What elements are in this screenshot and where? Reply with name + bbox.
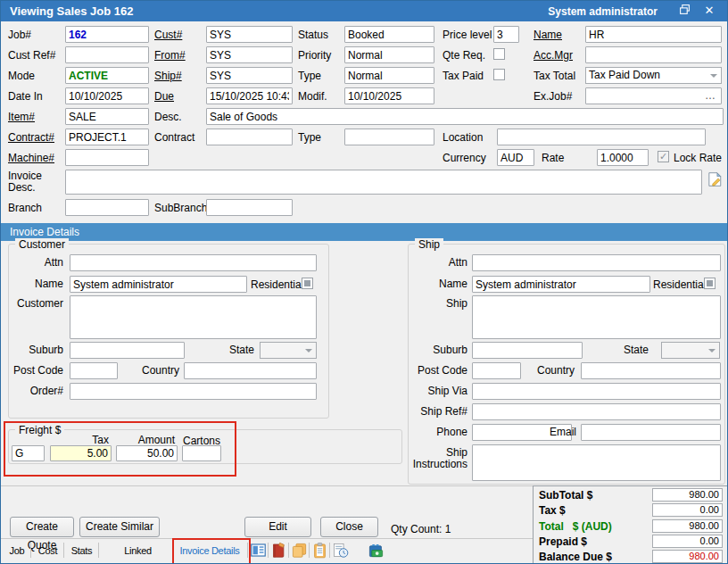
customer-attn-field[interactable] xyxy=(70,254,317,271)
priority-field[interactable] xyxy=(344,46,434,63)
customer-residential-checkbox[interactable] xyxy=(302,278,313,289)
from-label[interactable]: From# xyxy=(154,49,186,62)
chevron-down-icon xyxy=(710,74,717,81)
close-button[interactable]: Close xyxy=(320,517,378,537)
tab-linked-jobs-quotes[interactable]: Linked Jobs/Quotes xyxy=(101,539,175,563)
order-number-label: Order# xyxy=(8,386,63,397)
ship-instructions-label: Ship Instructions xyxy=(407,447,467,470)
tab-separator xyxy=(30,543,31,558)
tax-total-label: Tax Total xyxy=(534,70,575,82)
cust-ref-field[interactable] xyxy=(65,46,149,63)
tax-total-select[interactable]: Tax Paid Down xyxy=(585,67,722,84)
create-quote-button[interactable]: Create Quote xyxy=(10,517,74,537)
from-field[interactable] xyxy=(206,46,293,63)
modif-field[interactable] xyxy=(344,87,434,104)
status-field[interactable] xyxy=(344,26,434,43)
currency-field[interactable] xyxy=(497,149,534,166)
status-label: Status xyxy=(298,29,328,41)
ship-suburb-label: Suburb xyxy=(396,344,467,356)
contract-number-field[interactable] xyxy=(65,129,149,145)
ellipsis-button[interactable]: … xyxy=(705,89,716,102)
restore-icon[interactable] xyxy=(677,4,691,18)
ship-email-field[interactable] xyxy=(581,424,721,441)
customer-address-field[interactable] xyxy=(70,295,317,339)
notebook-icon[interactable] xyxy=(269,541,287,560)
cust-ref-label: Cust Ref# xyxy=(8,49,55,62)
ex-job-field[interactable] xyxy=(585,87,722,104)
close-icon[interactable]: ✕ xyxy=(702,4,716,18)
contract-field[interactable] xyxy=(206,129,293,145)
machine-label[interactable]: Machine# xyxy=(8,152,54,164)
acc-mgr-field[interactable] xyxy=(585,46,722,63)
gift-icon[interactable] xyxy=(367,541,385,560)
customer-country-field[interactable] xyxy=(184,362,317,379)
tab-stats[interactable]: Stats xyxy=(66,539,97,563)
order-number-field[interactable] xyxy=(70,383,317,400)
acc-mgr-label[interactable]: Acc.Mgr xyxy=(534,49,573,62)
job-number-field[interactable] xyxy=(65,26,149,43)
freight-amount-field[interactable] xyxy=(116,445,178,461)
rate-label: Rate xyxy=(542,152,564,164)
contract-number-label[interactable]: Contract# xyxy=(8,131,54,144)
contract-type-field[interactable] xyxy=(344,129,434,145)
ship-address-field[interactable] xyxy=(472,295,721,339)
invoice-desc-field[interactable] xyxy=(65,170,702,195)
customer-attn-label: Attn xyxy=(8,257,63,269)
title-bar: Viewing Sales Job 162 System administrat… xyxy=(1,1,727,21)
qte-req-checkbox[interactable] xyxy=(493,48,505,60)
ship-via-field[interactable] xyxy=(472,383,721,400)
freight-code-field[interactable] xyxy=(12,445,45,461)
ship-name-label: Name xyxy=(396,278,467,290)
ship-country-field[interactable] xyxy=(581,362,721,379)
note-edit-icon[interactable] xyxy=(707,171,723,191)
ship-suburb-field[interactable] xyxy=(472,342,583,359)
tax-paid-checkbox[interactable] xyxy=(493,69,505,80)
customer-suburb-field[interactable] xyxy=(70,342,185,359)
price-level-label: Price level xyxy=(443,29,492,41)
subbranch-field[interactable] xyxy=(206,199,293,216)
history-icon[interactable] xyxy=(331,541,349,560)
tab-invoice-details[interactable]: Invoice Details xyxy=(177,539,243,563)
check-icon: ✓ xyxy=(658,152,668,162)
ship-number-label[interactable]: Ship# xyxy=(154,70,182,82)
ship-number-field[interactable] xyxy=(206,67,293,84)
cust-label[interactable]: Cust# xyxy=(154,29,182,41)
ship-post-code-field[interactable] xyxy=(472,362,521,379)
branch-field[interactable] xyxy=(65,199,149,216)
desc-field[interactable] xyxy=(206,108,724,125)
freight-cartons-field[interactable] xyxy=(182,445,221,461)
ship-name-field[interactable] xyxy=(472,276,650,293)
item-field[interactable] xyxy=(65,108,149,125)
cust-field[interactable] xyxy=(206,26,293,43)
location-field[interactable] xyxy=(497,129,706,145)
chevron-down-icon xyxy=(305,349,312,356)
lock-rate-checkbox[interactable]: ✓ xyxy=(658,151,669,162)
machine-field[interactable] xyxy=(65,149,149,166)
create-similar-button[interactable]: Create Similar xyxy=(79,517,160,537)
type-field[interactable] xyxy=(344,67,434,84)
customer-name-field[interactable] xyxy=(70,276,247,293)
ship-ref-field[interactable] xyxy=(472,403,721,420)
ship-attn-field[interactable] xyxy=(472,254,721,271)
customer-post-code-field[interactable] xyxy=(70,362,118,379)
due-label[interactable]: Due xyxy=(154,90,174,103)
edit-button[interactable]: Edit xyxy=(244,517,311,537)
date-in-field[interactable] xyxy=(65,87,149,104)
tab-cost[interactable]: Cost xyxy=(33,539,62,563)
customer-state-select[interactable] xyxy=(260,342,317,359)
mode-field[interactable] xyxy=(65,67,149,84)
clipboard-icon[interactable] xyxy=(310,541,328,560)
ship-instructions-field[interactable] xyxy=(472,444,721,481)
name-field[interactable] xyxy=(585,26,722,43)
rate-field[interactable] xyxy=(597,149,649,166)
tab-job[interactable]: Job xyxy=(4,539,29,563)
copy-icon[interactable] xyxy=(290,541,308,560)
report-icon[interactable] xyxy=(249,541,267,560)
ship-residential-checkbox[interactable] xyxy=(704,278,716,289)
due-field[interactable] xyxy=(206,87,293,104)
freight-tax-field[interactable] xyxy=(50,445,112,461)
ship-state-select[interactable] xyxy=(661,342,720,359)
price-level-field[interactable] xyxy=(493,26,519,43)
item-label[interactable]: Item# xyxy=(8,111,35,123)
name-label[interactable]: Name xyxy=(534,29,562,41)
